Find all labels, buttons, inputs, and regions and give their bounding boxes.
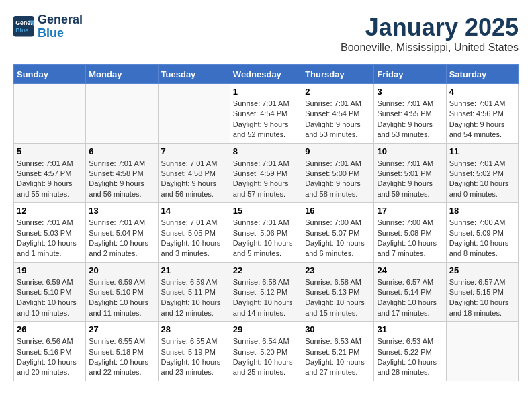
calendar-cell: 22Sunrise: 6:58 AMSunset: 5:12 PMDayligh…	[230, 262, 302, 322]
day-number: 24	[377, 265, 443, 275]
logo-icon: General Blue	[13, 16, 35, 38]
day-number: 16	[305, 205, 371, 216]
cell-content: Sunrise: 7:01 AMSunset: 4:59 PMDaylight:…	[233, 158, 299, 200]
calendar-cell: 4Sunrise: 7:01 AMSunset: 4:56 PMDaylight…	[446, 84, 518, 144]
day-number: 4	[449, 87, 515, 97]
weekday-header-saturday: Saturday	[446, 65, 518, 84]
cell-content: Sunrise: 7:01 AMSunset: 4:58 PMDaylight:…	[161, 158, 227, 200]
calendar-cell: 30Sunrise: 6:53 AMSunset: 5:21 PMDayligh…	[302, 322, 374, 381]
cell-content: Sunrise: 7:01 AMSunset: 5:03 PMDaylight:…	[17, 218, 83, 259]
cell-content: Sunrise: 7:01 AMSunset: 4:55 PMDaylight:…	[377, 99, 443, 140]
svg-text:Blue: Blue	[15, 27, 28, 34]
calendar-cell: 24Sunrise: 6:57 AMSunset: 5:14 PMDayligh…	[374, 262, 446, 322]
cell-content: Sunrise: 6:58 AMSunset: 5:12 PMDaylight:…	[233, 277, 299, 319]
title-block: January 2025 Booneville, Mississippi, Un…	[341, 13, 519, 54]
day-number: 2	[305, 87, 371, 97]
day-number: 13	[89, 205, 154, 216]
cell-content: Sunrise: 6:53 AMSunset: 5:21 PMDaylight:…	[305, 336, 371, 378]
calendar-cell	[446, 322, 518, 381]
cell-content: Sunrise: 6:57 AMSunset: 5:14 PMDaylight:…	[377, 277, 443, 319]
calendar-cell: 12Sunrise: 7:01 AMSunset: 5:03 PMDayligh…	[14, 203, 86, 263]
logo: General Blue General Blue	[13, 13, 83, 40]
cell-content: Sunrise: 7:01 AMSunset: 4:54 PMDaylight:…	[233, 99, 299, 140]
cell-content: Sunrise: 7:01 AMSunset: 5:00 PMDaylight:…	[305, 158, 371, 200]
calendar-week-3: 12Sunrise: 7:01 AMSunset: 5:03 PMDayligh…	[14, 203, 519, 263]
calendar-cell: 5Sunrise: 7:01 AMSunset: 4:57 PMDaylight…	[14, 143, 86, 203]
calendar-cell: 2Sunrise: 7:01 AMSunset: 4:54 PMDaylight…	[302, 84, 374, 144]
cell-content: Sunrise: 6:59 AMSunset: 5:10 PMDaylight:…	[89, 277, 154, 319]
calendar-cell: 7Sunrise: 7:01 AMSunset: 4:58 PMDaylight…	[158, 143, 230, 203]
day-number: 18	[449, 205, 515, 216]
calendar-week-2: 5Sunrise: 7:01 AMSunset: 4:57 PMDaylight…	[14, 143, 519, 203]
calendar-cell: 3Sunrise: 7:01 AMSunset: 4:55 PMDaylight…	[374, 84, 446, 144]
calendar-cell: 21Sunrise: 6:59 AMSunset: 5:11 PMDayligh…	[158, 262, 230, 322]
calendar-cell: 19Sunrise: 6:59 AMSunset: 5:10 PMDayligh…	[14, 262, 86, 322]
calendar-cell: 31Sunrise: 6:53 AMSunset: 5:22 PMDayligh…	[374, 322, 446, 381]
weekday-header-monday: Monday	[86, 65, 158, 84]
calendar-cell: 9Sunrise: 7:01 AMSunset: 5:00 PMDaylight…	[302, 143, 374, 203]
cell-content: Sunrise: 6:56 AMSunset: 5:16 PMDaylight:…	[17, 336, 83, 378]
day-number: 21	[161, 265, 227, 275]
day-number: 28	[161, 324, 227, 334]
day-number: 6	[89, 146, 154, 156]
calendar-week-1: 1Sunrise: 7:01 AMSunset: 4:54 PMDaylight…	[14, 84, 519, 144]
day-number: 15	[233, 205, 299, 216]
calendar-cell: 14Sunrise: 7:01 AMSunset: 5:05 PMDayligh…	[158, 203, 230, 263]
day-number: 11	[449, 146, 515, 156]
page-header: General Blue General Blue January 2025 B…	[13, 13, 519, 54]
calendar-cell	[86, 84, 158, 144]
calendar-cell: 17Sunrise: 7:00 AMSunset: 5:08 PMDayligh…	[374, 203, 446, 263]
day-number: 1	[233, 87, 299, 97]
cell-content: Sunrise: 7:01 AMSunset: 4:54 PMDaylight:…	[305, 99, 371, 140]
day-number: 3	[377, 87, 443, 97]
day-number: 26	[17, 324, 83, 334]
logo-general: General	[38, 13, 83, 26]
weekday-header-tuesday: Tuesday	[158, 65, 230, 84]
cell-content: Sunrise: 7:01 AMSunset: 5:06 PMDaylight:…	[233, 218, 299, 259]
cell-content: Sunrise: 6:57 AMSunset: 5:15 PMDaylight:…	[449, 277, 515, 319]
calendar-header: SundayMondayTuesdayWednesdayThursdayFrid…	[14, 65, 519, 84]
cell-content: Sunrise: 7:01 AMSunset: 5:01 PMDaylight:…	[377, 158, 443, 200]
logo-text: General Blue	[38, 13, 83, 40]
cell-content: Sunrise: 6:55 AMSunset: 5:18 PMDaylight:…	[89, 336, 154, 378]
weekday-header-friday: Friday	[374, 65, 446, 84]
cell-content: Sunrise: 7:01 AMSunset: 4:57 PMDaylight:…	[17, 158, 83, 200]
cell-content: Sunrise: 6:54 AMSunset: 5:20 PMDaylight:…	[233, 336, 299, 378]
cell-content: Sunrise: 6:58 AMSunset: 5:13 PMDaylight:…	[305, 277, 371, 319]
cell-content: Sunrise: 6:59 AMSunset: 5:10 PMDaylight:…	[17, 277, 83, 319]
day-number: 14	[161, 205, 227, 216]
calendar-cell	[158, 84, 230, 144]
day-number: 10	[377, 146, 443, 156]
weekday-header-thursday: Thursday	[302, 65, 374, 84]
weekday-header-wednesday: Wednesday	[230, 65, 302, 84]
month-title: January 2025	[341, 13, 519, 42]
calendar-cell: 26Sunrise: 6:56 AMSunset: 5:16 PMDayligh…	[14, 322, 86, 381]
cell-content: Sunrise: 7:00 AMSunset: 5:08 PMDaylight:…	[377, 218, 443, 259]
day-number: 23	[305, 265, 371, 275]
day-number: 27	[89, 324, 154, 334]
day-number: 8	[233, 146, 299, 156]
calendar-cell: 20Sunrise: 6:59 AMSunset: 5:10 PMDayligh…	[86, 262, 158, 322]
day-number: 31	[377, 324, 443, 334]
day-number: 9	[305, 146, 371, 156]
location: Booneville, Mississippi, United States	[341, 42, 519, 54]
calendar-cell: 29Sunrise: 6:54 AMSunset: 5:20 PMDayligh…	[230, 322, 302, 381]
cell-content: Sunrise: 7:01 AMSunset: 4:56 PMDaylight:…	[449, 99, 515, 140]
cell-content: Sunrise: 7:01 AMSunset: 5:04 PMDaylight:…	[89, 218, 154, 259]
day-number: 22	[233, 265, 299, 275]
day-number: 17	[377, 205, 443, 216]
logo-blue: Blue	[38, 26, 64, 40]
calendar-cell: 25Sunrise: 6:57 AMSunset: 5:15 PMDayligh…	[446, 262, 518, 322]
calendar-cell: 28Sunrise: 6:55 AMSunset: 5:19 PMDayligh…	[158, 322, 230, 381]
cell-content: Sunrise: 6:55 AMSunset: 5:19 PMDaylight:…	[161, 336, 227, 378]
day-number: 7	[161, 146, 227, 156]
calendar-cell: 8Sunrise: 7:01 AMSunset: 4:59 PMDaylight…	[230, 143, 302, 203]
calendar-cell: 16Sunrise: 7:00 AMSunset: 5:07 PMDayligh…	[302, 203, 374, 263]
calendar-week-4: 19Sunrise: 6:59 AMSunset: 5:10 PMDayligh…	[14, 262, 519, 322]
cell-content: Sunrise: 7:01 AMSunset: 5:02 PMDaylight:…	[449, 158, 515, 200]
calendar-cell: 23Sunrise: 6:58 AMSunset: 5:13 PMDayligh…	[302, 262, 374, 322]
day-number: 12	[17, 205, 83, 216]
calendar-cell	[14, 84, 86, 144]
calendar-table: SundayMondayTuesdayWednesdayThursdayFrid…	[13, 64, 519, 381]
calendar-cell: 10Sunrise: 7:01 AMSunset: 5:01 PMDayligh…	[374, 143, 446, 203]
